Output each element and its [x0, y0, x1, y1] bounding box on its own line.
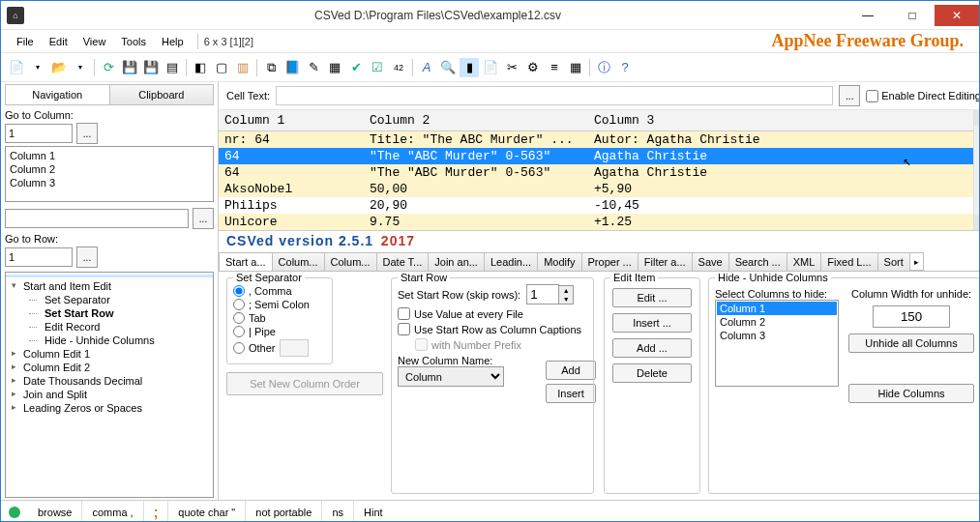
- tab-fixed[interactable]: Fixed L...: [820, 252, 877, 271]
- enable-direct-editing-checkbox[interactable]: [866, 90, 878, 102]
- gear-icon[interactable]: ⚙: [523, 58, 543, 77]
- tab-date[interactable]: Date T...: [376, 252, 430, 271]
- tab-modify[interactable]: Modify: [537, 252, 581, 271]
- document-icon[interactable]: 📄: [481, 58, 500, 77]
- start-row-input[interactable]: [526, 284, 559, 304]
- filter-input[interactable]: [5, 209, 189, 228]
- tree-column-edit-2[interactable]: Column Edit 2: [6, 361, 213, 374]
- list-item[interactable]: Column 3: [10, 176, 209, 189]
- refresh-icon[interactable]: ⟳: [99, 58, 118, 77]
- help-icon[interactable]: ?: [615, 58, 635, 77]
- goto-row-button[interactable]: ...: [76, 246, 98, 268]
- spin-up-icon[interactable]: ▲: [559, 286, 573, 295]
- list-item[interactable]: Column 3: [717, 329, 837, 342]
- menu-file[interactable]: File: [9, 34, 42, 49]
- sep-tab[interactable]: Tab: [233, 311, 326, 325]
- tab-column1[interactable]: Colum...: [272, 252, 325, 271]
- table-row[interactable]: Unicore9.75+1.25: [219, 214, 973, 230]
- enable-direct-editing[interactable]: Enable Direct Editing: [866, 90, 980, 102]
- zoom-icon[interactable]: 🔍: [438, 58, 458, 77]
- list-item[interactable]: Column 1: [717, 302, 837, 315]
- tree[interactable]: Start and Item Edit Set Separator Set St…: [5, 272, 214, 498]
- sep-other[interactable]: Other: [233, 338, 326, 358]
- col-header-3[interactable]: Column 3: [588, 110, 973, 130]
- tab-scroll-right[interactable]: ▸: [909, 252, 924, 271]
- goto-column-input[interactable]: [5, 124, 73, 143]
- copy-icon[interactable]: ⧉: [261, 58, 281, 77]
- save-as-icon[interactable]: 💾: [141, 58, 161, 77]
- filter-button[interactable]: ...: [193, 208, 214, 229]
- edit-button[interactable]: Edit ...: [612, 288, 692, 307]
- sep-semi[interactable]: ; Semi Colon: [233, 298, 326, 311]
- book-icon[interactable]: 📘: [282, 58, 302, 77]
- goto-row-input[interactable]: [5, 247, 73, 267]
- tab-column2[interactable]: Colum...: [324, 252, 377, 271]
- tree-join-split[interactable]: Join and Split: [6, 388, 213, 401]
- set-new-column-order-button[interactable]: Set New Column Order: [226, 372, 383, 395]
- edit-icon[interactable]: ✎: [304, 58, 323, 77]
- open-icon[interactable]: 📂: [49, 58, 69, 77]
- list-item[interactable]: Column 2: [717, 315, 837, 329]
- spin-down-icon[interactable]: ▼: [559, 295, 573, 304]
- delete-button[interactable]: Delete: [612, 363, 692, 383]
- data-grid[interactable]: ▲ ▼ Column 1 Column 2 Column 3 nr: 64Tit…: [219, 110, 980, 231]
- tree-leading-zeros[interactable]: Leading Zeros or Spaces: [6, 401, 213, 415]
- number-icon[interactable]: 42: [389, 58, 408, 77]
- tab-save[interactable]: Save: [692, 252, 729, 271]
- col-header-2[interactable]: Column 2: [364, 110, 588, 130]
- close-button[interactable]: ✕: [935, 5, 979, 26]
- add-button[interactable]: Add ...: [612, 338, 692, 358]
- celltext-input[interactable]: [276, 86, 833, 105]
- export-icon[interactable]: ▤: [163, 58, 182, 77]
- tab-leading[interactable]: Leadin...: [484, 252, 538, 271]
- tab-proper[interactable]: Proper ...: [581, 252, 638, 271]
- tab-sort[interactable]: Sort: [877, 252, 910, 271]
- tab-join[interactable]: Join an...: [428, 252, 485, 271]
- save-icon[interactable]: 💾: [120, 58, 139, 77]
- sep-comma[interactable]: , Comma: [233, 284, 326, 298]
- new-column-name-select[interactable]: Column: [398, 366, 504, 387]
- tab-navigation[interactable]: Navigation: [6, 85, 110, 104]
- tree-edit-record[interactable]: Edit Record: [6, 320, 213, 334]
- list-item[interactable]: Column 1: [10, 149, 209, 162]
- table-row[interactable]: 64"The "ABC Murder" 0-563"Agatha Christi…: [219, 164, 973, 181]
- scroll-up-icon[interactable]: ▲: [974, 110, 980, 126]
- scrollbar-vertical[interactable]: ▲ ▼: [973, 110, 980, 230]
- tree-hide-unhide[interactable]: Hide - Unhide Columns: [6, 334, 213, 347]
- arrow-down-icon[interactable]: ▾: [28, 58, 47, 77]
- table-row[interactable]: 64"The "ABC Murder" 0-563"Agatha Christi…: [219, 148, 973, 164]
- setting-icon[interactable]: ◧: [191, 58, 210, 77]
- menu-tools[interactable]: Tools: [113, 34, 154, 49]
- menu-view[interactable]: View: [75, 34, 114, 49]
- grid-icon[interactable]: ▦: [566, 58, 585, 77]
- tab-filter[interactable]: Filter a...: [638, 252, 693, 271]
- tools-icon[interactable]: ✂: [502, 58, 521, 77]
- maximize-button[interactable]: □: [890, 5, 935, 26]
- tab-start[interactable]: Start a...: [219, 252, 273, 271]
- use-start-row-captions[interactable]: Use Start Row as Column Captions: [398, 323, 587, 335]
- goto-column-button[interactable]: ...: [76, 123, 98, 144]
- list-icon[interactable]: ≡: [545, 58, 564, 77]
- tree-set-start-row[interactable]: Set Start Row: [6, 306, 213, 320]
- panel-icon[interactable]: ▥: [233, 58, 252, 77]
- tree-column-edit-1[interactable]: Column Edit 1: [6, 347, 213, 361]
- check-green-icon[interactable]: ✔: [346, 58, 366, 77]
- tab-xml[interactable]: XML: [787, 252, 822, 271]
- scroll-down-icon[interactable]: ▼: [974, 215, 980, 230]
- new-icon[interactable]: 📄: [7, 58, 26, 77]
- insert-button[interactable]: Insert ...: [612, 313, 692, 333]
- tab-search[interactable]: Search ...: [728, 252, 787, 271]
- check-box-icon[interactable]: ☑: [368, 58, 387, 77]
- menu-help[interactable]: Help: [154, 34, 192, 49]
- list-item[interactable]: Column 2: [10, 162, 209, 176]
- select-icon[interactable]: ▮: [460, 58, 479, 77]
- window-icon[interactable]: ▢: [212, 58, 231, 77]
- columns-list[interactable]: Column 1 Column 2 Column 3: [5, 146, 214, 202]
- celltext-more-button[interactable]: ...: [839, 85, 860, 106]
- unhide-all-button[interactable]: Unhide all Columns: [848, 334, 974, 353]
- column-width-input[interactable]: [873, 305, 950, 328]
- tree-date-thousands[interactable]: Date Thousands Decimal: [6, 374, 213, 388]
- table-row[interactable]: nr: 64Title: "The ABC Murder" ...Autor: …: [219, 131, 973, 148]
- hide-columns-list[interactable]: Column 1 Column 2 Column 3: [715, 300, 839, 387]
- tree-set-separator[interactable]: Set Separator: [6, 293, 213, 306]
